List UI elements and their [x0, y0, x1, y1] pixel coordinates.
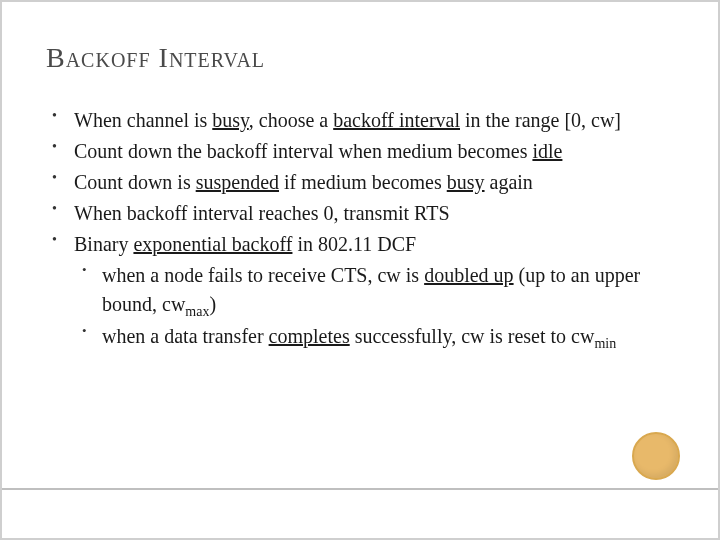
- subscript: min: [594, 336, 616, 351]
- sub-list: when a node fails to receive CTS, cw is …: [74, 261, 674, 355]
- text: in 802.11 DCF: [292, 233, 416, 255]
- list-item: When channel is busy, choose a backoff i…: [46, 106, 674, 135]
- text: Binary: [74, 233, 133, 255]
- text-underline: exponential backoff: [133, 233, 292, 255]
- text: When backoff interval reaches 0, transmi…: [74, 202, 450, 224]
- list-item: When backoff interval reaches 0, transmi…: [46, 199, 674, 228]
- text-underline: completes: [269, 325, 350, 347]
- list-item: Binary exponential backoff in 802.11 DCF…: [46, 230, 674, 355]
- bullet-list: When channel is busy, choose a backoff i…: [46, 106, 674, 355]
- text: Count down the backoff interval when med…: [74, 140, 532, 162]
- text: when a data transfer: [102, 325, 269, 347]
- text-underline: suspended: [196, 171, 279, 193]
- list-item: Count down the backoff interval when med…: [46, 137, 674, 166]
- slide: Backoff Interval When channel is busy, c…: [2, 2, 718, 538]
- text: When channel is: [74, 109, 212, 131]
- page-title: Backoff Interval: [46, 42, 674, 74]
- list-item: when a data transfer completes successfu…: [74, 322, 674, 354]
- text-underline: backoff interval: [333, 109, 460, 131]
- text-underline: busy: [212, 109, 248, 131]
- text-underline: doubled up: [424, 264, 513, 286]
- text: , choose a: [249, 109, 333, 131]
- text: in the range [0, cw]: [460, 109, 621, 131]
- text-underline: busy: [447, 171, 485, 193]
- text-underline: idle: [532, 140, 562, 162]
- subscript: max: [185, 304, 209, 319]
- list-item: Count down is suspended if medium become…: [46, 168, 674, 197]
- list-item: when a node fails to receive CTS, cw is …: [74, 261, 674, 322]
- divider: [2, 488, 718, 490]
- text: ): [209, 293, 216, 315]
- text: successfully, cw is reset to cw: [350, 325, 595, 347]
- text: Count down is: [74, 171, 196, 193]
- circle-icon: [632, 432, 680, 480]
- text: when a node fails to receive CTS, cw is: [102, 264, 424, 286]
- text: again: [485, 171, 533, 193]
- text: if medium becomes: [279, 171, 447, 193]
